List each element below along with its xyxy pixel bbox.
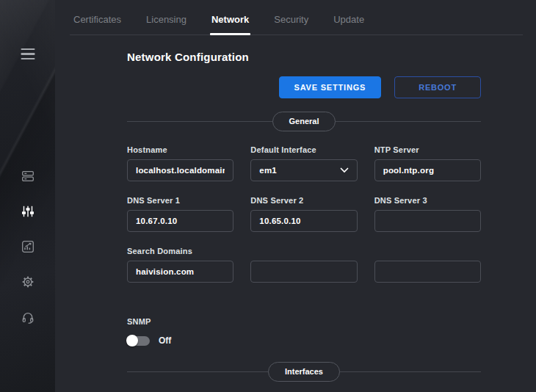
gear-icon[interactable] — [21, 275, 35, 288]
search-domains-2-label — [250, 247, 357, 256]
field-dns-server-1: DNS Server 1 — [127, 196, 233, 232]
devices-icon[interactable] — [21, 170, 35, 183]
tab-bar: Certificates Licensing Network Security … — [70, 0, 523, 35]
sliders-icon[interactable] — [21, 205, 35, 218]
main-area: Certificates Licensing Network Security … — [55, 0, 536, 392]
field-hostname: Hostname — [127, 145, 233, 181]
field-default-interface: Default Interface em1 — [250, 145, 357, 181]
sidebar-nav — [0, 170, 55, 324]
field-search-domains-1: Search Domains — [127, 247, 233, 283]
search-domains-3-label — [374, 247, 481, 256]
tab-security[interactable]: Security — [274, 14, 308, 35]
reports-icon[interactable] — [21, 240, 35, 253]
general-section-divider: General — [127, 112, 481, 131]
default-interface-value: em1 — [259, 166, 277, 175]
save-settings-button[interactable]: SAVE SETTINGS — [279, 76, 382, 98]
sidebar — [0, 0, 55, 392]
interfaces-section-divider: Interfaces — [127, 362, 481, 382]
dns-server-2-label: DNS Server 2 — [250, 196, 357, 206]
action-buttons: SAVE SETTINGS REBOOT — [127, 76, 481, 98]
search-domains-label: Search Domains — [127, 247, 233, 256]
field-dns-server-2: DNS Server 2 — [250, 196, 357, 232]
reboot-button[interactable]: REBOOT — [394, 76, 481, 98]
toggle-knob — [126, 335, 138, 346]
default-interface-select[interactable]: em1 — [250, 159, 357, 181]
hostname-label: Hostname — [127, 145, 233, 155]
ntp-server-input[interactable] — [374, 159, 481, 181]
network-configuration-panel: Network Configuration SAVE SETTINGS REBO… — [55, 51, 536, 382]
dns-server-1-label: DNS Server 1 — [127, 196, 233, 206]
general-section-toggle[interactable]: General — [272, 112, 336, 131]
interfaces-section-toggle[interactable]: Interfaces — [268, 362, 340, 382]
tab-network[interactable]: Network — [211, 14, 249, 35]
snmp-toggle-row: Off — [127, 335, 481, 346]
field-search-domains-2 — [250, 247, 357, 283]
snmp-section: SNMP Off — [127, 317, 481, 346]
ntp-server-label: NTP Server — [374, 145, 481, 155]
search-domains-3-input[interactable] — [374, 261, 481, 283]
default-interface-label: Default Interface — [250, 145, 357, 155]
support-icon[interactable] — [21, 311, 35, 324]
general-form: Hostname Default Interface em1 NTP Serve… — [127, 145, 481, 283]
dns-server-1-input[interactable] — [127, 210, 233, 232]
field-dns-server-3: DNS Server 3 — [374, 196, 481, 232]
tab-update[interactable]: Update — [333, 14, 364, 35]
snmp-toggle[interactable] — [127, 336, 150, 346]
snmp-label: SNMP — [127, 317, 481, 327]
dns-server-3-input[interactable] — [374, 210, 481, 232]
field-ntp-server: NTP Server — [374, 145, 481, 181]
page-title: Network Configuration — [127, 51, 481, 63]
menu-icon[interactable] — [21, 48, 35, 59]
hostname-input[interactable] — [127, 159, 233, 181]
dns-server-2-input[interactable] — [250, 210, 357, 232]
tab-certificates[interactable]: Certificates — [73, 14, 121, 35]
chevron-down-icon — [340, 167, 349, 173]
dns-server-3-label: DNS Server 3 — [374, 196, 481, 206]
tab-licensing[interactable]: Licensing — [146, 14, 186, 35]
search-domains-2-input[interactable] — [250, 261, 357, 283]
search-domains-1-input[interactable] — [127, 261, 233, 283]
field-search-domains-3 — [374, 247, 481, 283]
snmp-toggle-state: Off — [159, 335, 171, 346]
